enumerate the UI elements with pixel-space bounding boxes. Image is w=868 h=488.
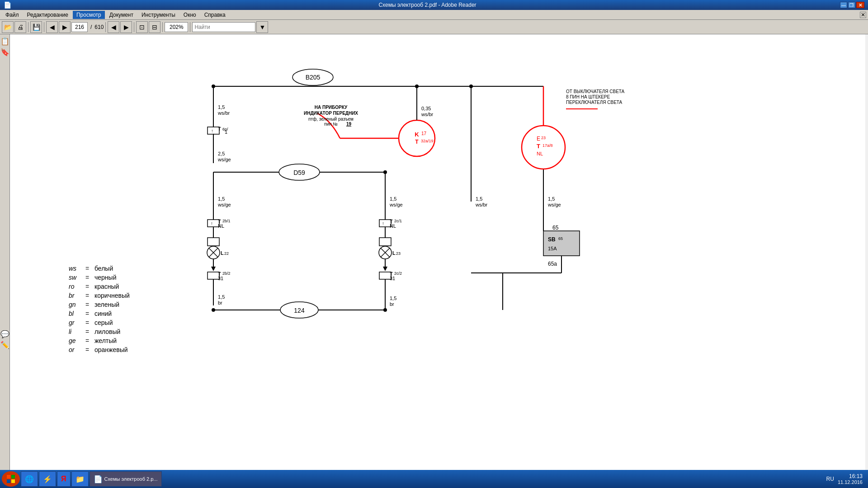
taskbar-date: 11.12.2016: [838, 479, 863, 485]
legend-row-gn: gn = зеленый: [69, 301, 130, 308]
legend-name-ge: желтый: [94, 337, 117, 344]
locale-indicator: RU: [826, 476, 834, 482]
legend-name-li: лиловый: [94, 328, 120, 335]
fit-page-button[interactable]: ⊡: [136, 21, 148, 33]
legend-code-or: or: [69, 346, 80, 353]
legend-row-bl: bl = синий: [69, 310, 130, 317]
taskbar-torrent[interactable]: ⚡: [39, 471, 56, 487]
fit-width-button[interactable]: ⊟: [149, 21, 160, 33]
svg-rect-0: [7, 475, 10, 479]
wire-label-w5-1: 1,5: [390, 196, 396, 202]
close-pdf-button[interactable]: ✕: [860, 12, 866, 18]
app-icon: 📄: [4, 1, 11, 9]
arrow-L22: [211, 267, 216, 271]
page-input[interactable]: [71, 22, 88, 32]
pdf-content: B205 1,5 ws/br ↑ T 6p/ 1 2,: [10, 34, 865, 478]
toolbar-separator-5: [162, 22, 163, 32]
legend-code-gr: gr: [69, 319, 80, 326]
forward-button[interactable]: ▶: [59, 21, 71, 33]
component-K17: [399, 120, 435, 156]
taskbar-adobe[interactable]: 📄 Схемы электрооб 2.p...: [90, 471, 162, 487]
electrical-diagram: B205 1,5 ws/br ↑ T 6p/ 1 2,: [24, 43, 656, 414]
connector-b205-label: B205: [306, 74, 321, 81]
back-button[interactable]: ◀: [46, 21, 58, 33]
num-65: 65: [552, 225, 559, 231]
connector-T2c1-pin: ↑: [382, 221, 384, 226]
start-button[interactable]: [2, 471, 20, 487]
legend-code-ro: ro: [69, 283, 80, 290]
legend-eq-bl: =: [83, 310, 92, 317]
menu-window[interactable]: Окно: [180, 11, 200, 19]
legend-eq-gn: =: [83, 301, 92, 308]
legend-row-or: or = оранжевый: [69, 346, 130, 353]
taskbar-yandex[interactable]: Я: [57, 471, 71, 487]
legend-code-ws: ws: [69, 265, 80, 272]
SB65-sub: 65: [558, 236, 563, 241]
main-content: B205 1,5 ws/br ↑ T 6p/ 1 2,: [10, 34, 865, 478]
T2b1-sub: 2b/1: [222, 219, 231, 223]
SB65-label: SB: [548, 236, 556, 243]
legend-eq-gr: =: [83, 319, 92, 326]
wire-label-w4-1: 1,5: [218, 196, 225, 202]
titlebar: 📄 Схемы электрооб 2.pdf - Adobe Reader —…: [0, 0, 868, 10]
legend-name-br: коричневый: [94, 292, 130, 299]
search-button[interactable]: ▼: [256, 21, 268, 33]
menu-tools[interactable]: Инструменты: [138, 11, 179, 19]
note-right-1: ОТ ВЫКЛЮЧАТЕЛЯ СВЕТА: [566, 89, 625, 94]
menu-file[interactable]: Файл: [2, 11, 23, 19]
menu-view[interactable]: Просмотр: [73, 11, 105, 19]
menu-document[interactable]: Документ: [106, 11, 137, 19]
explorer-icon: 📁: [75, 475, 85, 483]
zoom-input[interactable]: [165, 22, 188, 32]
K17-Tsub: 32a/19: [421, 139, 434, 143]
connector-d59-label: D59: [293, 169, 305, 176]
wire-label-w7-2: ws/ge: [547, 202, 561, 207]
wire-label-w3-2: ws/br: [421, 112, 434, 117]
menu-help[interactable]: Справка: [201, 11, 229, 19]
print-button[interactable]: 🖨: [14, 21, 26, 33]
taskbar-adobe-label: Схемы электрооб 2.p...: [104, 476, 158, 482]
yandex-icon: Я: [61, 475, 66, 483]
sidebar-btn-2[interactable]: 🔖: [1, 47, 9, 57]
minimize-button[interactable]: —: [840, 2, 847, 8]
note-line2: ИНДИКАТОР ПЕРЕДНИХ: [304, 111, 358, 116]
svg-rect-3: [11, 479, 15, 483]
T17a8-T: T: [537, 143, 540, 150]
svg-rect-1: [11, 475, 15, 479]
torrent-icon: ⚡: [43, 475, 52, 483]
open-button[interactable]: 📂: [2, 21, 14, 33]
T2c2-sub: 2c/2: [394, 271, 402, 276]
prev-page-button[interactable]: ◀: [108, 21, 119, 33]
legend-eq-or: =: [83, 346, 92, 353]
wire-label-w1-1: 1,5: [218, 104, 225, 110]
legend-eq-ws: =: [83, 265, 92, 272]
taskbar-ie[interactable]: 🌐: [21, 471, 38, 487]
E23-sub: 23: [541, 136, 546, 140]
close-button[interactable]: ✕: [856, 2, 864, 8]
legend-eq-li: =: [83, 328, 92, 335]
legend-name-gr: серый: [94, 319, 113, 326]
search-input[interactable]: [192, 22, 255, 32]
legend-row-gr: gr = серый: [69, 319, 130, 326]
legend-row-ro: ro = красный: [69, 283, 130, 290]
next-page-button[interactable]: ▶: [120, 21, 132, 33]
T2b2-sub: 2b/2: [222, 271, 231, 276]
K17-sub: 17: [421, 131, 427, 136]
connector-T2b1-pin: ↑: [211, 221, 213, 226]
lamp-L23-label: L: [392, 250, 396, 256]
save-button[interactable]: 💾: [30, 21, 42, 33]
sidebar-btn-4[interactable]: ✏️: [1, 340, 9, 350]
legend-eq-ge: =: [83, 337, 92, 344]
legend-code-li: li: [69, 328, 80, 335]
legend-code-sw: sw: [69, 274, 80, 281]
note-right-2: 8 ПИН НА ШТЕКЕРЕ: [566, 94, 610, 99]
wire-label-w8-1: 1,5: [218, 294, 225, 300]
taskbar-explorer[interactable]: 📁: [71, 471, 89, 487]
sidebar-btn-1[interactable]: 📋: [1, 36, 9, 46]
menu-edit[interactable]: Редактирование: [24, 11, 72, 19]
restore-button[interactable]: ❐: [848, 2, 855, 8]
legend-eq-sw: =: [83, 274, 92, 281]
sidebar-btn-3[interactable]: 💬: [1, 329, 9, 339]
K17-label: K: [415, 131, 419, 138]
note-line4: пин №: [324, 122, 338, 127]
